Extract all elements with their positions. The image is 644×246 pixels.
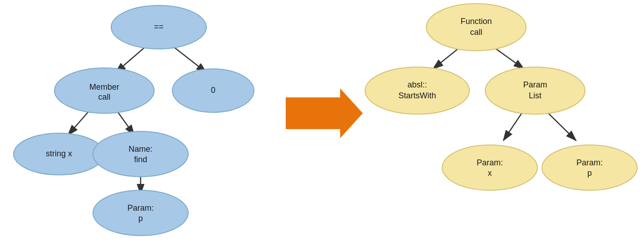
edge-paramlist-paramx <box>503 110 524 140</box>
node-param-p-left-label2: p <box>138 214 143 223</box>
node-string-x-label: string x <box>46 149 72 158</box>
node-param-p-right-label1: Param: <box>576 158 603 167</box>
node-param-p-left-label1: Param: <box>127 203 154 212</box>
diagram-container: == Member call 0 string x Name: find Par… <box>0 0 644 246</box>
node-name-find-label2: find <box>134 155 147 164</box>
node-zero-label: 0 <box>211 86 215 95</box>
node-function-call-label1: Function <box>460 17 492 26</box>
node-param-p-left <box>93 190 188 236</box>
node-member-call-label: Member <box>89 82 119 92</box>
node-member-call-label2: call <box>98 92 110 101</box>
node-absl-starts-label1: absl:: <box>407 80 427 89</box>
node-absl-starts-label2: StartsWith <box>398 91 436 100</box>
node-param-list-label1: Param <box>523 80 547 89</box>
node-function-call-label2: call <box>470 28 482 37</box>
node-name-find <box>93 131 188 177</box>
edge-paramlist-paramp <box>545 110 576 140</box>
node-param-list-label2: List <box>529 91 542 100</box>
node-name-find-label1: Name: <box>128 145 152 154</box>
node-param-p-right <box>542 145 637 190</box>
node-eq-label: == <box>154 22 163 31</box>
node-param-x-label2: x <box>488 169 492 178</box>
transform-arrow <box>286 88 363 138</box>
node-param-x <box>442 145 537 190</box>
node-param-x-label1: Param: <box>477 158 503 167</box>
node-param-p-right-label2: p <box>587 169 592 178</box>
